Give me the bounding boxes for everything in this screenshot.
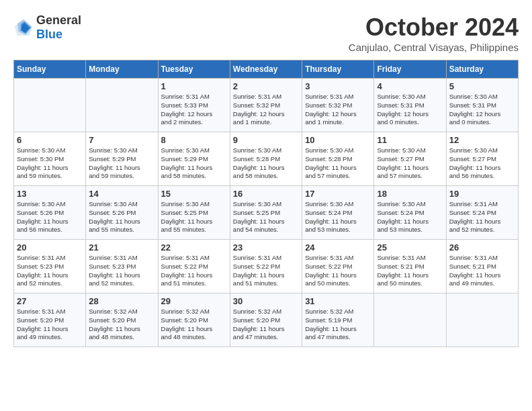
calendar-cell: 21Sunrise: 5:31 AM Sunset: 5:23 PM Dayli… [86,240,158,293]
calendar-table: SundayMondayTuesdayWednesdayThursdayFrid… [13,60,519,347]
cell-info: Sunrise: 5:30 AM Sunset: 5:30 PM Dayligh… [17,146,83,181]
calendar-cell [14,79,86,132]
calendar-cell: 1Sunrise: 5:31 AM Sunset: 5:33 PM Daylig… [158,79,230,132]
cell-info: Sunrise: 5:30 AM Sunset: 5:28 PM Dayligh… [233,146,299,181]
calendar-cell: 2Sunrise: 5:31 AM Sunset: 5:32 PM Daylig… [230,79,302,132]
cell-info: Sunrise: 5:30 AM Sunset: 5:25 PM Dayligh… [233,200,299,234]
calendar-cell: 12Sunrise: 5:30 AM Sunset: 5:27 PM Dayli… [446,132,518,186]
calendar-cell: 29Sunrise: 5:32 AM Sunset: 5:20 PM Dayli… [158,293,230,347]
cell-info: Sunrise: 5:31 AM Sunset: 5:33 PM Dayligh… [161,93,227,127]
day-number: 22 [161,242,227,253]
day-number: 19 [449,189,515,199]
cell-info: Sunrise: 5:31 AM Sunset: 5:23 PM Dayligh… [17,254,83,288]
day-number: 4 [377,81,443,91]
day-number: 28 [89,296,154,306]
day-number: 12 [449,135,515,145]
cell-info: Sunrise: 5:30 AM Sunset: 5:29 PM Dayligh… [89,146,154,181]
calendar-cell: 7Sunrise: 5:30 AM Sunset: 5:29 PM Daylig… [86,132,158,186]
day-number: 13 [17,189,83,199]
cell-info: Sunrise: 5:32 AM Sunset: 5:19 PM Dayligh… [305,308,371,342]
calendar-body: 1Sunrise: 5:31 AM Sunset: 5:33 PM Daylig… [14,79,519,347]
day-number: 11 [377,135,443,145]
cell-info: Sunrise: 5:30 AM Sunset: 5:31 PM Dayligh… [449,93,515,127]
calendar-cell: 18Sunrise: 5:30 AM Sunset: 5:24 PM Dayli… [374,186,446,240]
day-number: 16 [233,189,299,199]
logo-general: General [36,13,81,27]
cell-info: Sunrise: 5:32 AM Sunset: 5:20 PM Dayligh… [233,308,299,342]
location-title: Canjulao, Central Visayas, Philippines [349,42,519,53]
day-number: 27 [17,296,83,306]
page-header: General Blue October 2024 Canjulao, Cent… [13,13,519,53]
calendar-cell: 3Sunrise: 5:31 AM Sunset: 5:32 PM Daylig… [302,79,374,132]
month-title: October 2024 [349,13,519,42]
calendar-cell: 16Sunrise: 5:30 AM Sunset: 5:25 PM Dayli… [230,186,302,240]
calendar-cell: 23Sunrise: 5:31 AM Sunset: 5:22 PM Dayli… [230,240,302,293]
day-number: 1 [161,81,227,91]
day-number: 24 [305,242,371,253]
cell-info: Sunrise: 5:30 AM Sunset: 5:27 PM Dayligh… [449,146,515,181]
day-number: 31 [305,296,371,306]
day-number: 9 [233,135,299,145]
calendar-cell: 22Sunrise: 5:31 AM Sunset: 5:22 PM Dayli… [158,240,230,293]
calendar-cell: 8Sunrise: 5:30 AM Sunset: 5:29 PM Daylig… [158,132,230,186]
header-cell-friday: Friday [374,60,446,79]
day-number: 26 [449,242,515,253]
header-cell-sunday: Sunday [14,60,86,79]
calendar-cell: 31Sunrise: 5:32 AM Sunset: 5:19 PM Dayli… [302,293,374,347]
cell-info: Sunrise: 5:32 AM Sunset: 5:20 PM Dayligh… [89,308,154,342]
cell-info: Sunrise: 5:30 AM Sunset: 5:27 PM Dayligh… [377,146,443,181]
day-number: 29 [161,296,227,306]
cell-info: Sunrise: 5:30 AM Sunset: 5:26 PM Dayligh… [89,200,154,234]
calendar-week-2: 6Sunrise: 5:30 AM Sunset: 5:30 PM Daylig… [14,132,519,186]
calendar-cell: 13Sunrise: 5:30 AM Sunset: 5:26 PM Dayli… [14,186,86,240]
cell-info: Sunrise: 5:31 AM Sunset: 5:24 PM Dayligh… [449,200,515,234]
day-number: 18 [377,189,443,199]
day-number: 10 [305,135,371,145]
calendar-cell: 25Sunrise: 5:31 AM Sunset: 5:21 PM Dayli… [374,240,446,293]
calendar-cell: 30Sunrise: 5:32 AM Sunset: 5:20 PM Dayli… [230,293,302,347]
cell-info: Sunrise: 5:31 AM Sunset: 5:23 PM Dayligh… [89,254,154,288]
logo-icon [13,17,34,38]
calendar-cell: 17Sunrise: 5:30 AM Sunset: 5:24 PM Dayli… [302,186,374,240]
cell-info: Sunrise: 5:31 AM Sunset: 5:32 PM Dayligh… [305,93,371,127]
day-number: 30 [233,296,299,306]
cell-info: Sunrise: 5:31 AM Sunset: 5:21 PM Dayligh… [449,254,515,288]
day-number: 23 [233,242,299,253]
calendar-week-1: 1Sunrise: 5:31 AM Sunset: 5:33 PM Daylig… [14,79,519,132]
day-number: 6 [17,135,83,145]
calendar-week-4: 20Sunrise: 5:31 AM Sunset: 5:23 PM Dayli… [14,240,519,293]
calendar-cell: 26Sunrise: 5:31 AM Sunset: 5:21 PM Dayli… [446,240,518,293]
calendar-cell: 9Sunrise: 5:30 AM Sunset: 5:28 PM Daylig… [230,132,302,186]
day-number: 17 [305,189,371,199]
day-number: 7 [89,135,154,145]
day-number: 5 [449,81,515,91]
cell-info: Sunrise: 5:31 AM Sunset: 5:22 PM Dayligh… [161,254,227,288]
day-number: 2 [233,81,299,91]
day-number: 25 [377,242,443,253]
calendar-cell: 19Sunrise: 5:31 AM Sunset: 5:24 PM Dayli… [446,186,518,240]
cell-info: Sunrise: 5:31 AM Sunset: 5:20 PM Dayligh… [17,308,83,342]
day-number: 20 [17,242,83,253]
calendar-cell: 20Sunrise: 5:31 AM Sunset: 5:23 PM Dayli… [14,240,86,293]
calendar-week-3: 13Sunrise: 5:30 AM Sunset: 5:26 PM Dayli… [14,186,519,240]
day-number: 15 [161,189,227,199]
header-cell-thursday: Thursday [302,60,374,79]
header-cell-saturday: Saturday [446,60,518,79]
day-number: 3 [305,81,371,91]
calendar-cell: 11Sunrise: 5:30 AM Sunset: 5:27 PM Dayli… [374,132,446,186]
day-number: 14 [89,189,154,199]
cell-info: Sunrise: 5:32 AM Sunset: 5:20 PM Dayligh… [161,308,227,342]
calendar-cell: 6Sunrise: 5:30 AM Sunset: 5:30 PM Daylig… [14,132,86,186]
calendar-cell: 4Sunrise: 5:30 AM Sunset: 5:31 PM Daylig… [374,79,446,132]
title-area: October 2024 Canjulao, Central Visayas, … [349,13,519,53]
cell-info: Sunrise: 5:30 AM Sunset: 5:29 PM Dayligh… [161,146,227,181]
header-cell-wednesday: Wednesday [230,60,302,79]
day-number: 8 [161,135,227,145]
header-cell-tuesday: Tuesday [158,60,230,79]
cell-info: Sunrise: 5:31 AM Sunset: 5:22 PM Dayligh… [305,254,371,288]
calendar-cell [374,293,446,347]
cell-info: Sunrise: 5:31 AM Sunset: 5:32 PM Dayligh… [233,93,299,127]
calendar-cell: 24Sunrise: 5:31 AM Sunset: 5:22 PM Dayli… [302,240,374,293]
calendar-cell [446,293,518,347]
logo-text: General Blue [36,13,81,42]
